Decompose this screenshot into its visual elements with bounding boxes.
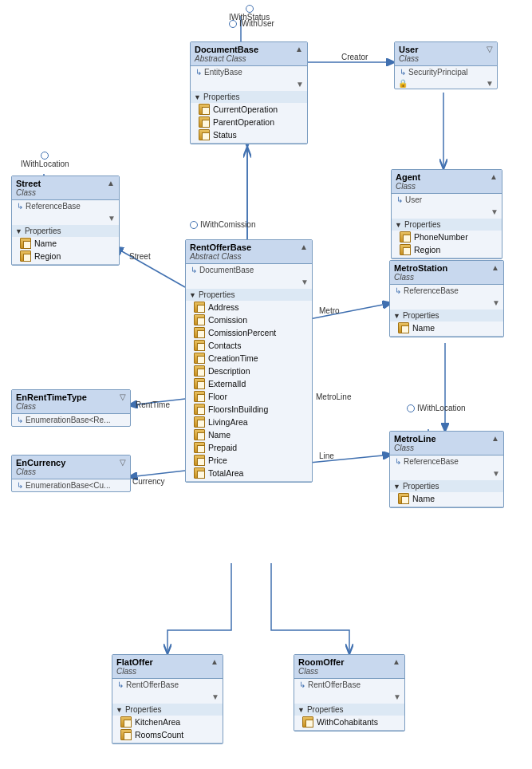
lollipop-label: IWithUser [239,19,274,28]
prop-name: Name [186,428,312,441]
box-title: DocumentBase [195,45,258,54]
base-ref: ↳ ReferenceBase [390,455,503,467]
filter-icon[interactable]: ▼ [211,692,219,701]
conn-label-renttime: RentTime [136,400,170,409]
prop-totalarea: TotalArea [186,467,312,479]
prop-parentoperation: ParentOperation [191,116,307,128]
box-agent: Agent Class ▲ ↳ User ▼ ▼ Properties Phon… [391,169,502,259]
collapse-button[interactable]: ▲ [490,172,498,181]
prop-prepaid: Prepaid [186,441,312,454]
section-label: Properties [125,705,162,714]
box-header: RentOfferBase Abstract Class ▲ [186,240,312,264]
collapse-button[interactable]: ▲ [300,243,308,251]
prop-icon [398,322,409,333]
filter-icon[interactable]: ▼ [492,298,500,307]
lollipop-circle [190,221,198,229]
collapse-button[interactable]: ▲ [491,434,499,443]
prop-icon [199,104,210,115]
conn-label-metro: Metro [319,306,340,315]
arrow-icon: ↳ [17,416,23,424]
box-header: Street Class ▲ [12,176,119,200]
base-ref: ↳ ReferenceBase [12,200,119,212]
triangle-icon: ▼ [194,93,201,101]
prop-icon [20,250,31,262]
prop-icon [194,429,205,440]
box-title: FlatOffer [116,657,153,667]
triangle-icon: ▼ [298,706,305,714]
base-ref: ↳ RentOfferBase [294,679,404,691]
prop-region: Region [12,250,119,262]
filter-icon[interactable]: ▼ [108,214,116,223]
prop-floorsinbuilding: FloorsInBuilding [186,403,312,416]
prop-region: Region [392,243,502,256]
properties-section: ▼ Properties CurrentOperation ParentOper… [191,89,307,144]
prop-icon [194,442,205,453]
lollipop-circle [229,20,237,28]
collapse-button[interactable]: ▲ [211,657,219,666]
section-header: ▼ Properties [112,704,223,716]
prop-icon [194,340,205,351]
box-subtitle: Abstract Class [190,252,251,261]
conn-label-street: Street [129,252,151,261]
lollipop-iwithcomission: IWithComission [190,220,255,229]
filter-icon[interactable]: ▼ [393,692,401,701]
prop-name: Region [414,245,440,254]
box-user: User Class ▽ ↳ SecurityPrincipal 🔒 ▼ [394,41,498,89]
collapse-button[interactable]: ▲ [491,263,499,272]
collapse-button[interactable]: ▽ [120,392,126,401]
filter-icon[interactable]: ▼ [301,278,309,286]
triangle-icon: ▼ [189,291,196,299]
arrow-icon: ↳ [195,68,202,77]
collapse-button[interactable]: ▲ [295,45,303,53]
conn-label-creator: Creator [341,53,368,61]
properties-section: ▼ Properties PhoneNumber Region [392,217,502,258]
section-label: Properties [403,482,439,491]
collapse-button[interactable]: ▲ [107,179,115,187]
triangle-icon: ▼ [116,706,123,714]
box-header: DocumentBase Abstract Class ▲ [191,42,307,66]
box-title: RentOfferBase [190,243,251,252]
prop-name-label: Region [34,251,61,261]
svg-line-11 [129,471,185,477]
box-subtitle: Class [298,667,344,676]
box-header: EnRentTimeType Class ▽ [12,390,130,414]
prop-icon [120,729,132,740]
prop-roomscount: RoomsCount [112,728,223,741]
box-title: User [399,45,419,54]
prop-name-label: Name [34,239,57,248]
properties-section: ▼ Properties Name [390,308,503,337]
arrow-icon: ↳ [17,481,23,490]
filter-icon[interactable]: ▼ [296,80,304,89]
box-header: EnCurrency Class ▽ [12,455,130,479]
prop-name: PhoneNumber [414,232,468,242]
base-ref: ↳ SecurityPrincipal [395,66,497,78]
base-name: DocumentBase [199,266,254,274]
arrow-icon: ↳ [117,680,124,689]
base-name: ReferenceBase [26,202,81,211]
prop-withcohabitants: WithCohabitants [294,716,404,728]
prop-name: Status [213,130,237,140]
prop-status: Status [191,128,307,141]
prop-icon [194,353,205,364]
prop-icon [194,378,205,389]
filter-icon[interactable]: ▼ [492,469,500,478]
collapse-button[interactable]: ▽ [487,45,493,53]
prop-icon [400,231,411,243]
collapse-button[interactable]: ▽ [120,458,126,467]
collapse-button[interactable]: ▲ [392,657,400,666]
filter-icon[interactable]: ▼ [491,207,499,216]
base-ref: ↳ User [392,194,502,206]
prop-icon [199,129,210,140]
lollipop-circle [41,152,49,160]
box-title: MetroStation [394,263,447,273]
properties-section: ▼ Properties KitchenArea RoomsCount [112,702,223,743]
box-subtitle: Class [16,188,41,197]
uml-diagram: IWithStatus IWithUser IWithLocation IWit… [0,0,532,769]
prop-name: Name [390,492,503,505]
prop-icon [194,467,205,479]
box-subtitle: Class [16,467,65,476]
prop-icon [20,238,31,249]
box-subtitle: Class [399,54,419,63]
prop-icon [398,493,409,504]
filter-icon[interactable]: ▼ [486,79,494,88]
